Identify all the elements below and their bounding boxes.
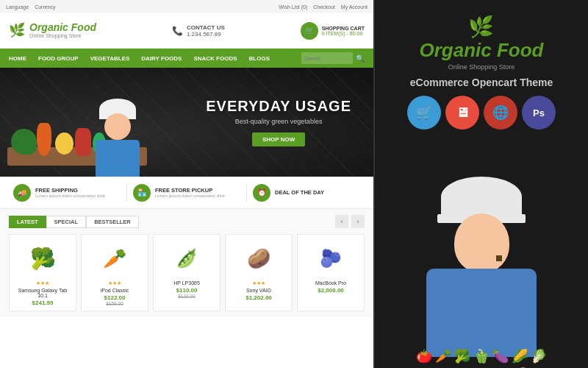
product-5-price: $2,000.00 [302, 287, 359, 294]
nav-snack[interactable]: SNACK FOODS [193, 55, 237, 62]
tab-latest[interactable]: LATEST [9, 216, 46, 228]
contact-text: CONTACT US 1.234.567.89 [187, 24, 225, 38]
prev-arrow[interactable]: ‹ [335, 215, 348, 228]
products-grid: 🥦 ★★★ Samsung Galaxy Tab 10.1 $241.99 🥕 … [9, 234, 365, 311]
product-3-name: HP LP3065 [158, 280, 215, 286]
product-2-old-price: $159.00 [86, 301, 143, 306]
product-2-price: $122.00 [86, 294, 143, 301]
multilang-icon: 🌐 [484, 96, 517, 130]
tab-special[interactable]: SPECIAL [46, 216, 87, 228]
nav-dairy[interactable]: DAIRY FOODS [141, 55, 182, 62]
product-4[interactable]: 🥔 ★★★ Sony VAIO $1,202.00 [225, 234, 293, 311]
right-panel: 🌿 Organic Food Online Shopping Store eCo… [375, 0, 588, 368]
hero-section: EVERYDAY USAGE Best-quality green vegeta… [0, 68, 373, 177]
brand-name: Organic Food [29, 22, 96, 33]
pickup-desc: Lorem ipsum dolor consectetur dixit [155, 194, 225, 198]
website-preview: Language Currency Wish List (0) Checkout… [0, 0, 375, 368]
product-2-stars: ★★★ [86, 280, 143, 286]
tabs-row: LATEST SPECIAL BESTSELLER ‹ › [9, 215, 365, 228]
tab-bestseller[interactable]: BESTSELLER [86, 216, 139, 228]
product-3-old-price: $122.00 [158, 294, 215, 299]
product-5-image: 🫐 [302, 239, 359, 277]
bv-corn: 🌽 [512, 348, 528, 364]
bottom-vegetables: 🍅 🥕 🥦 🫑 🍆 🌽 🥬 [375, 280, 588, 368]
product-1[interactable]: 🥦 ★★★ Samsung Galaxy Tab 10.1 $241.99 [9, 234, 76, 311]
bv-cauliflower: 🥬 [531, 348, 547, 364]
cart-summary: 0 ITEM(S) - $0.00 [322, 31, 365, 36]
right-leaf-icon: 🌿 [419, 15, 543, 39]
shipping-title: FREE SHIPPING [35, 187, 105, 194]
product-1-name: Samsung Galaxy Tab 10.1 [14, 288, 71, 298]
top-bar: Language Currency Wish List (0) Checkout… [0, 0, 373, 13]
wishlist-link[interactable]: Wish List (0) [279, 4, 307, 10]
site-header: 🌿 Organic Food Online Shopping Store 📞 C… [0, 13, 373, 49]
nav-food-group[interactable]: FOOD GROUP [38, 55, 79, 62]
nav-vegetables[interactable]: VEGETABLES [90, 55, 130, 62]
product-1-image: 🥦 [14, 239, 71, 277]
product-4-image: 🥔 [230, 239, 287, 277]
next-arrow[interactable]: › [351, 215, 365, 228]
feature-shipping-text: FREE SHIPPING Lorem ipsum dolor consecte… [35, 187, 105, 198]
search-form: 🔍 [301, 52, 365, 64]
deal-title: DEAL OF THE DAY [275, 189, 324, 196]
chef-body [96, 140, 140, 177]
product-2-name: iPod Classic [86, 288, 143, 293]
product-2-image: 🥕 [86, 239, 143, 277]
leaf-icon: 🌿 [9, 22, 25, 38]
shipping-desc: Lorem ipsum dolor consectetur dixit [35, 194, 105, 198]
bv-eggplant: 🍆 [492, 348, 509, 364]
navigation: HOME FOOD GROUP VEGETABLES DAIRY FOODS S… [0, 49, 373, 68]
chef-head [104, 113, 131, 140]
feature-pickup-text: FREE STORE PICKUP Lorem ipsum dolor cons… [155, 187, 225, 198]
product-5-name: MacBook Pro [302, 280, 359, 286]
feature-deal-text: DEAL OF THE DAY [275, 189, 324, 196]
product-4-stars: ★★★ [230, 280, 287, 286]
hero-content: EVERYDAY USAGE Best-quality green vegeta… [206, 98, 351, 146]
product-4-name: Sony VAIO [230, 288, 287, 293]
tech-icons-row: 🛒 🖥 🌐 Ps [407, 96, 556, 130]
contact-label: CONTACT US [187, 24, 225, 31]
top-bar-left: Language Currency [6, 4, 56, 10]
search-input[interactable] [301, 52, 353, 64]
product-3[interactable]: 🫛 HP LP3065 $110.00 $122.00 [153, 234, 220, 311]
opencart-icon: 🛒 [407, 96, 441, 130]
search-button[interactable]: 🔍 [356, 54, 365, 63]
product-4-price: $1,202.00 [230, 294, 287, 301]
language-selector[interactable]: Language [6, 4, 29, 10]
brand-tagline: Online Shopping Store [29, 33, 96, 39]
checkout-link[interactable]: Checkout [313, 4, 335, 10]
veggie-broccoli [11, 129, 37, 155]
product-1-price: $241.99 [14, 300, 71, 306]
currency-selector[interactable]: Currency [35, 4, 55, 10]
veggie-pepper [55, 132, 74, 155]
phone-icon: 📞 [172, 26, 183, 36]
tabs-navigation: ‹ › [335, 215, 365, 228]
hero-subtitle: Best-quality green vegetables [206, 118, 351, 125]
shipping-icon: 🚚 [13, 184, 31, 202]
responsive-icon: 🖥 [445, 96, 479, 130]
deal-icon: ⏰ [253, 184, 270, 202]
shop-now-button[interactable]: SHOP NOW [252, 132, 305, 146]
feature-pickup: 🏪 FREE STORE PICKUP Lorem ipsum dolor co… [127, 184, 247, 202]
logo[interactable]: 🌿 Organic Food Online Shopping Store [9, 22, 96, 39]
carrot-icon: 🥕 [103, 247, 126, 270]
brand-food: Food [497, 39, 544, 61]
bv-carrot: 🥕 [435, 348, 451, 364]
cart-widget[interactable]: 🛒 SHOPPING CART 0 ITEM(S) - $0.00 [301, 22, 365, 40]
product-3-image: 🫛 [158, 239, 215, 277]
phone-number: 1.234.567.89 [187, 31, 225, 38]
right-brand-name: Organic Food [419, 39, 543, 62]
features-bar: 🚚 FREE SHIPPING Lorem ipsum dolor consec… [0, 177, 373, 209]
my-account-link[interactable]: My Account [341, 4, 368, 10]
nav-blogs[interactable]: BLOGS [249, 55, 270, 62]
product-2[interactable]: 🥕 ★★★ iPod Classic $122.00 $159.00 [81, 234, 148, 311]
hero-title: EVERYDAY USAGE [206, 98, 351, 115]
right-logo: 🌿 Organic Food Online Shopping Store [419, 15, 543, 71]
big-chef-head [454, 213, 509, 272]
bv-tomato: 🍅 [416, 348, 432, 364]
photoshop-icon: Ps [522, 96, 556, 130]
product-5[interactable]: 🫐 MacBook Pro $2,000.00 [297, 234, 365, 311]
brand-organic: Organic [419, 39, 496, 61]
contact-info: 📞 CONTACT US 1.234.567.89 [172, 24, 225, 38]
nav-home[interactable]: HOME [9, 55, 26, 62]
